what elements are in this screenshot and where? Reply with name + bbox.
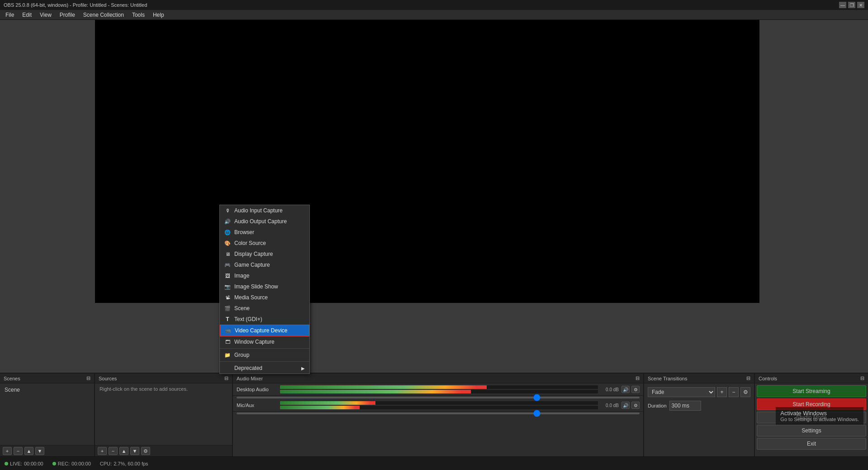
- menu-item-image-slideshow[interactable]: 📷 Image Slide Show: [220, 281, 309, 292]
- sources-toolbar: + − ▲ ▼ ⚙: [95, 445, 232, 456]
- group-icon: 📁: [224, 352, 231, 358]
- scenes-collapse-icon[interactable]: ⊟: [86, 375, 90, 381]
- sources-panel: Sources ⊟ Right-click on the scene to ad…: [95, 374, 233, 456]
- menu-item-text-gdi-label: Text (GDI+): [234, 316, 262, 322]
- desktop-audio-settings-button[interactable]: ⚙: [631, 386, 640, 393]
- desktop-audio-level-fill-2: [280, 390, 471, 393]
- transitions-header-icons: ⊟: [746, 375, 750, 381]
- desktop-audio-controls: 🔊 ⚙: [621, 386, 640, 393]
- menu-item-image[interactable]: 🖼 Image: [220, 270, 309, 281]
- menu-item-video-capture-label: Video Capture Device: [235, 327, 288, 334]
- menu-tools[interactable]: Tools: [128, 11, 148, 19]
- menu-item-display-capture-label: Display Capture: [234, 251, 273, 257]
- media-source-icon: 📽: [224, 295, 231, 300]
- menu-item-audio-input[interactable]: 🎙 Audio Input Capture: [220, 205, 309, 216]
- add-source-button[interactable]: +: [98, 447, 107, 455]
- studio-mode-button[interactable]: Studio Mode: [757, 412, 866, 423]
- menu-item-media-source[interactable]: 📽 Media Source: [220, 292, 309, 303]
- mic-aux-volume-slider[interactable]: [237, 412, 640, 414]
- desktop-audio-volume-slider[interactable]: [237, 397, 640, 398]
- mic-aux-mute-button[interactable]: 🔊: [621, 402, 630, 409]
- text-gdi-icon: T: [224, 316, 231, 322]
- menu-scene-collection[interactable]: Scene Collection: [80, 11, 128, 19]
- menu-item-media-source-label: Media Source: [234, 294, 268, 301]
- transition-type-select[interactable]: Fade Cut Swipe Slide Stinger Fade to Col…: [648, 387, 715, 397]
- menu-item-scene-label: Scene: [234, 305, 250, 312]
- desktop-audio-mute-button[interactable]: 🔊: [621, 386, 630, 393]
- scene-transitions-panel: Scene Transitions ⊟ Fade Cut Swipe Slide…: [644, 374, 755, 456]
- move-source-up-button[interactable]: ▲: [119, 447, 128, 455]
- menu-item-group[interactable]: 📁 Group: [220, 350, 309, 360]
- desktop-audio-db: 0.0 dB: [601, 387, 619, 392]
- game-capture-icon: 🎮: [224, 262, 231, 268]
- source-properties-button[interactable]: ⚙: [141, 447, 150, 455]
- audio-mixer-panel: Audio Mixer ⊟ Desktop Audio 0.0 dB 🔊 ⚙: [233, 374, 644, 456]
- add-transition-button[interactable]: +: [717, 387, 727, 397]
- scenes-label: Scenes: [4, 376, 20, 381]
- remove-scene-button[interactable]: −: [14, 447, 23, 455]
- start-recording-button[interactable]: Start Recording: [757, 398, 866, 410]
- mic-aux-settings-button[interactable]: ⚙: [631, 402, 640, 409]
- mic-aux-level-bar-1: [280, 401, 598, 405]
- move-scene-up-button[interactable]: ▲: [24, 447, 33, 455]
- remove-transition-button[interactable]: −: [729, 387, 739, 397]
- sources-header-icons: ⊟: [224, 375, 228, 381]
- menu-edit[interactable]: Edit: [19, 11, 35, 19]
- start-streaming-button[interactable]: Start Streaming: [757, 385, 866, 397]
- remove-source-button[interactable]: −: [109, 447, 118, 455]
- mic-aux-db: 0.0 dB: [601, 403, 619, 408]
- add-scene-button[interactable]: +: [3, 447, 12, 455]
- controls-header-icons: ⊟: [860, 375, 864, 381]
- menu-item-deprecated[interactable]: Deprecated ▶: [220, 363, 309, 374]
- controls-panel-header: Controls ⊟: [755, 374, 868, 384]
- controls-collapse-icon[interactable]: ⊟: [860, 375, 864, 381]
- title-bar: OBS 25.0.8 (64-bit, windows) - Profile: …: [0, 0, 868, 10]
- menu-item-text-gdi[interactable]: T Text (GDI+): [220, 314, 309, 325]
- rec-status: REC: 00:00:00: [52, 461, 91, 466]
- duration-input[interactable]: [669, 401, 701, 411]
- menu-item-scene[interactable]: 🎬 Scene: [220, 303, 309, 314]
- minimize-button[interactable]: —: [839, 2, 846, 8]
- menu-bar: File Edit View Profile Scene Collection …: [0, 10, 868, 20]
- transitions-content: Fade Cut Swipe Slide Stinger Fade to Col…: [644, 384, 754, 414]
- menu-view[interactable]: View: [36, 11, 55, 19]
- settings-button[interactable]: Settings: [757, 425, 866, 436]
- exit-button[interactable]: Exit: [757, 438, 866, 450]
- mic-aux-controls: 🔊 ⚙: [621, 402, 640, 409]
- transitions-collapse-icon[interactable]: ⊟: [746, 375, 750, 381]
- mic-aux-name: Mic/Aux: [237, 403, 277, 408]
- menu-item-audio-output[interactable]: 🔊 Audio Output Capture: [220, 216, 309, 227]
- mic-aux-level-bar-2: [280, 406, 598, 409]
- video-capture-icon: 📹: [225, 328, 231, 334]
- duration-label: Duration: [648, 403, 667, 408]
- menu-help[interactable]: Help: [149, 11, 168, 19]
- mic-aux-level-fill-1: [280, 401, 375, 405]
- audio-mixer-collapse-icon[interactable]: ⊟: [636, 375, 640, 381]
- display-capture-icon: 🖥: [224, 251, 231, 257]
- controls-panel: Controls ⊟ Start Streaming Start Recordi…: [755, 374, 868, 456]
- menu-item-browser[interactable]: 🌐 Browser: [220, 227, 309, 238]
- restore-button[interactable]: ❐: [848, 2, 855, 8]
- move-source-down-button[interactable]: ▼: [130, 447, 139, 455]
- menu-file[interactable]: File: [2, 11, 18, 19]
- menu-item-game-capture-label: Game Capture: [234, 262, 270, 268]
- menu-item-display-capture[interactable]: 🖥 Display Capture: [220, 249, 309, 259]
- scene-item[interactable]: Scene: [2, 385, 92, 394]
- menu-item-video-capture[interactable]: 📹 Video Capture Device: [220, 325, 309, 336]
- close-button[interactable]: ✕: [857, 2, 864, 8]
- window-controls: — ❐ ✕: [839, 2, 864, 8]
- menu-item-color-source[interactable]: 🎨 Color Source: [220, 238, 309, 249]
- move-scene-down-button[interactable]: ▼: [35, 447, 44, 455]
- menu-item-window-capture[interactable]: 🗔 Window Capture: [220, 336, 309, 347]
- menu-profile[interactable]: Profile: [56, 11, 79, 19]
- menu-item-game-capture[interactable]: 🎮 Game Capture: [220, 259, 309, 270]
- preview-canvas: [95, 20, 759, 303]
- window-capture-icon: 🗔: [224, 339, 231, 345]
- status-bar: LIVE: 00:00:00 REC: 00:00:00 CPU: 2.7%, …: [0, 456, 868, 470]
- controls-content: Start Streaming Start Recording Studio M…: [755, 384, 868, 451]
- sources-collapse-icon[interactable]: ⊟: [224, 375, 228, 381]
- audio-mixer-header: Audio Mixer ⊟: [233, 374, 643, 384]
- audio-mixer-label: Audio Mixer: [237, 376, 263, 381]
- browser-icon: 🌐: [224, 230, 231, 235]
- transition-settings-button[interactable]: ⚙: [740, 387, 750, 397]
